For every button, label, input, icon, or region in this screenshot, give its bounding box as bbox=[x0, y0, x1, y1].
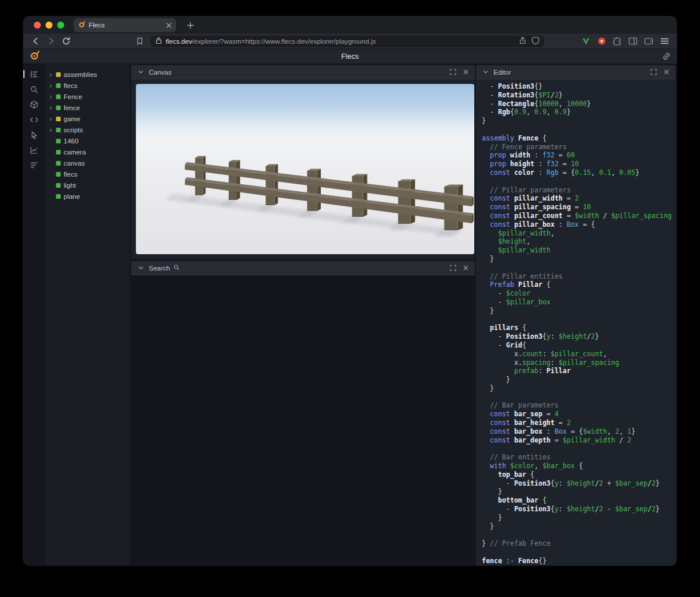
code-line: const pillar_count = $width / $pillar_sp… bbox=[482, 212, 676, 220]
tree-item[interactable]: ›Fence bbox=[45, 91, 130, 102]
new-tab-button[interactable] bbox=[184, 19, 196, 31]
tree-item[interactable]: flecs bbox=[45, 168, 130, 180]
address-bar[interactable]: flecs.dev/explorer/?wasm=https://www.fle… bbox=[150, 36, 544, 47]
expander-icon[interactable]: › bbox=[48, 93, 53, 100]
editor-code[interactable]: - Position3{} - Rotation3{$PI/2} - Recta… bbox=[476, 79, 676, 566]
reload-button[interactable] bbox=[60, 35, 72, 48]
expander-icon[interactable]: › bbox=[48, 115, 53, 122]
tree-item[interactable]: plane bbox=[45, 191, 130, 202]
zoom-window-button[interactable] bbox=[57, 22, 64, 29]
icon-rail bbox=[23, 64, 44, 566]
red-extension-icon[interactable] bbox=[595, 35, 608, 48]
code-line: x.spacing: $pillar_spacing bbox=[482, 359, 676, 367]
search-panel-title: Search bbox=[149, 265, 170, 272]
code-line: const pillar_width = 2 bbox=[482, 194, 676, 203]
code-line: const bar_sep = 4 bbox=[482, 410, 676, 419]
entities-cube-icon[interactable] bbox=[27, 99, 40, 110]
collapse-chevron-icon[interactable] bbox=[481, 68, 490, 77]
collapse-chevron-icon[interactable] bbox=[136, 264, 145, 273]
url-text: flecs.dev/explorer/?wasm=https://www.fle… bbox=[166, 38, 515, 45]
code-line: const bar_box : Box = {$width, 2, 1} bbox=[482, 427, 676, 436]
tree-item[interactable]: 1460 bbox=[45, 135, 130, 146]
code-line: // Pillar entities bbox=[482, 272, 676, 281]
sidebar-panel-icon[interactable] bbox=[626, 35, 639, 48]
close-panel-icon[interactable] bbox=[461, 264, 470, 273]
entity-color-dot bbox=[56, 72, 61, 77]
expand-panel-icon[interactable] bbox=[448, 68, 457, 77]
code-line: } bbox=[482, 375, 676, 384]
close-panel-icon[interactable] bbox=[662, 68, 671, 77]
code-line: - $color bbox=[482, 289, 676, 298]
tree-item[interactable]: ›game bbox=[45, 113, 130, 124]
tree-item[interactable]: ›scripts bbox=[45, 124, 130, 135]
editor-panel-header: Editor bbox=[476, 65, 676, 79]
tree-item[interactable]: ›fence bbox=[45, 102, 130, 113]
share-icon[interactable] bbox=[519, 36, 527, 46]
expander-icon[interactable]: › bbox=[48, 104, 53, 111]
entity-color-dot bbox=[56, 183, 61, 188]
expand-panel-icon[interactable] bbox=[649, 68, 658, 77]
code-line: - Position3{} bbox=[482, 82, 676, 91]
expander-icon[interactable]: › bbox=[48, 71, 53, 78]
browser-toolbar: flecs.dev/explorer/?wasm=https://www.fle… bbox=[23, 34, 677, 49]
tree-item-label: Fence bbox=[64, 93, 82, 100]
expander-icon[interactable]: › bbox=[48, 82, 53, 89]
stats-icon[interactable] bbox=[27, 160, 40, 170]
code-line: Prefab Pillar { bbox=[482, 280, 676, 289]
code-line: } bbox=[482, 307, 676, 315]
wallet-icon[interactable] bbox=[642, 35, 655, 48]
entity-color-dot bbox=[56, 94, 61, 99]
editor-panel: Editor - Position3{} - Rotation3{$PI/2} … bbox=[476, 65, 676, 566]
code-line bbox=[482, 393, 676, 402]
search-icon[interactable] bbox=[27, 84, 40, 94]
collapse-chevron-icon[interactable] bbox=[136, 68, 145, 77]
tab-close-icon[interactable] bbox=[166, 23, 172, 28]
tree-item-label: scripts bbox=[64, 127, 83, 134]
expander-icon[interactable]: › bbox=[48, 127, 53, 134]
code-line: - Grid{ bbox=[482, 341, 676, 350]
code-line: const pillar_box : Box = { bbox=[482, 220, 676, 229]
code-icon[interactable] bbox=[27, 114, 40, 125]
expand-panel-icon[interactable] bbox=[448, 264, 457, 273]
inspect-icon[interactable] bbox=[27, 129, 40, 140]
code-line: } // Prefab Fence bbox=[482, 539, 676, 548]
share-link-icon[interactable] bbox=[662, 52, 671, 61]
close-window-button[interactable] bbox=[34, 22, 41, 29]
tree-item-label: game bbox=[64, 115, 80, 122]
menu-icon[interactable] bbox=[658, 35, 671, 48]
shield-icon[interactable] bbox=[531, 36, 540, 46]
minimize-window-button[interactable] bbox=[46, 22, 52, 29]
browser-window: Flecs flecs.dev/explorer/?wasm=https://w… bbox=[23, 16, 677, 566]
code-line: } bbox=[482, 117, 676, 125]
code-line: } bbox=[482, 487, 676, 496]
close-panel-icon[interactable] bbox=[461, 68, 470, 77]
url-path: /explorer/?wasm=https://www.flecs.dev/ex… bbox=[192, 38, 376, 45]
extensions-puzzle-icon[interactable] bbox=[611, 35, 624, 48]
tree-item-label: fence bbox=[64, 104, 80, 111]
browser-tab[interactable]: Flecs bbox=[74, 18, 176, 32]
code-line: const color : Rgb = {0.15, 0.1, 0.05} bbox=[482, 168, 676, 177]
chart-icon[interactable] bbox=[27, 145, 40, 155]
tree-item[interactable]: ›flecs bbox=[45, 80, 130, 91]
3d-canvas-viewport[interactable] bbox=[136, 84, 474, 254]
back-button[interactable] bbox=[29, 35, 42, 48]
flecs-logo-icon[interactable] bbox=[29, 50, 40, 63]
forward-button[interactable] bbox=[44, 35, 57, 48]
tree-item[interactable]: camera bbox=[45, 146, 130, 157]
code-line: with $color, $bar_box { bbox=[482, 462, 676, 470]
tree-item[interactable]: ›assemblies bbox=[45, 69, 130, 80]
code-line: } bbox=[482, 384, 676, 393]
tree-view-icon[interactable] bbox=[27, 69, 40, 79]
entity-tree: ›assemblies›flecs›Fence›fence›game›scrip… bbox=[44, 64, 130, 566]
code-line: const pillar_spacing = 10 bbox=[482, 203, 676, 212]
bookmark-icon[interactable] bbox=[133, 35, 146, 48]
v-extension-icon[interactable] bbox=[579, 35, 592, 48]
code-line: - Position3{y: $height/2} bbox=[482, 332, 676, 341]
entity-color-dot bbox=[56, 117, 61, 121]
canvas-panel-title: Canvas bbox=[149, 69, 172, 76]
code-line bbox=[482, 444, 676, 453]
tree-item[interactable]: light bbox=[45, 180, 130, 191]
center-column: Canvas bbox=[130, 64, 476, 566]
tree-item[interactable]: canvas bbox=[45, 157, 130, 168]
entity-color-dot bbox=[56, 150, 61, 154]
